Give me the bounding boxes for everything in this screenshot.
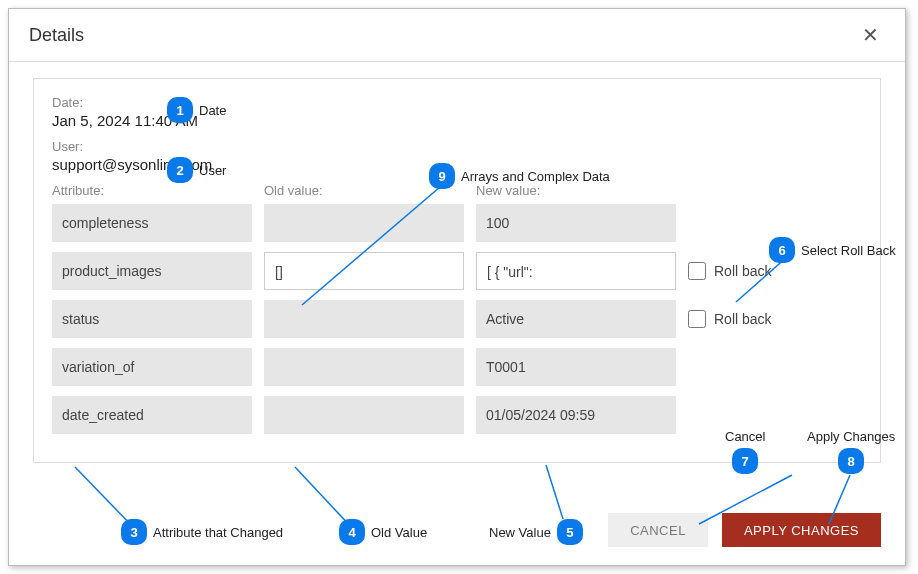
callout-5: 5New Value [489, 519, 583, 545]
rollback-control[interactable]: Roll back [688, 310, 868, 328]
new-value-cell: Active [476, 300, 676, 338]
svg-line-3 [295, 467, 353, 529]
rollback-label: Roll back [714, 311, 772, 327]
rollback-checkbox[interactable] [688, 310, 706, 328]
rollback-label: Roll back [714, 263, 772, 279]
rollback-control[interactable]: Roll back [688, 262, 868, 280]
apply-changes-button[interactable]: APPLY CHANGES [722, 513, 881, 547]
date-label: Date: [52, 95, 862, 110]
old-value-cell [264, 348, 464, 386]
col-new: New value: [476, 183, 676, 198]
svg-line-4 [546, 465, 563, 519]
new-value-cell: T0001 [476, 348, 676, 386]
content-box: Date: Jan 5, 2024 11:40 AM User: support… [33, 78, 881, 463]
old-value-cell [264, 396, 464, 434]
new-value-cell: 100 [476, 204, 676, 242]
dialog-title: Details [29, 25, 84, 46]
rollback-checkbox[interactable] [688, 262, 706, 280]
dialog-header: Details ✕ [9, 9, 905, 62]
user-label: User: [52, 139, 862, 154]
new-value-cell[interactable]: [ { "url": [476, 252, 676, 290]
table-row: completeness100 [52, 204, 862, 242]
table-row: date_created01/05/2024 09:59 [52, 396, 862, 434]
close-icon[interactable]: ✕ [856, 21, 885, 49]
table-row: product_images[][ { "url":Roll back [52, 252, 862, 290]
attribute-cell: completeness [52, 204, 252, 242]
table-row: statusActiveRoll back [52, 300, 862, 338]
user-value: support@sysonline.com [52, 156, 862, 173]
old-value-cell [264, 204, 464, 242]
button-bar: CANCEL APPLY CHANGES [608, 513, 881, 547]
date-value: Jan 5, 2024 11:40 AM [52, 112, 862, 129]
callout-4: 4Old Value [339, 519, 427, 545]
col-old: Old value: [264, 183, 464, 198]
old-value-cell [264, 300, 464, 338]
details-dialog: Details ✕ Date: Jan 5, 2024 11:40 AM Use… [8, 8, 906, 566]
cancel-button[interactable]: CANCEL [608, 513, 708, 547]
svg-line-2 [75, 467, 135, 529]
new-value-cell: 01/05/2024 09:59 [476, 396, 676, 434]
attribute-cell: status [52, 300, 252, 338]
attribute-cell: product_images [52, 252, 252, 290]
attribute-cell: date_created [52, 396, 252, 434]
col-attribute: Attribute: [52, 183, 252, 198]
table-row: variation_ofT0001 [52, 348, 862, 386]
attribute-cell: variation_of [52, 348, 252, 386]
columns-header: Attribute: Old value: New value: [52, 183, 862, 198]
old-value-cell[interactable]: [] [264, 252, 464, 290]
callout-3: 3Attribute that Changed [121, 519, 283, 545]
